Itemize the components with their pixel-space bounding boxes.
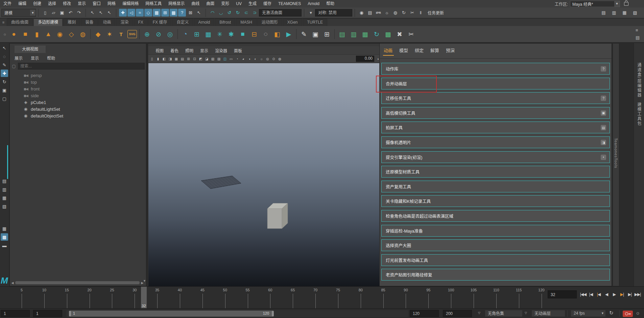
layout-preset-icon[interactable]: ▥	[1, 186, 8, 193]
select-mode-icon[interactable]: ↖	[97, 9, 105, 17]
history-icon[interactable]: ⊂	[242, 9, 250, 17]
viewport-toolbar-icon[interactable]: ⊞	[186, 57, 191, 61]
tool-button[interactable]: 拍屏工具▤	[381, 122, 610, 133]
shelf-tab[interactable]: 装备	[81, 19, 98, 26]
tool-icon[interactable]: ↖	[1, 44, 8, 52]
tool-button[interactable]: 还原模型材质工具	[381, 166, 610, 178]
outliner-item[interactable]: ◉defaultObjectSet	[10, 112, 146, 119]
lock-icon[interactable]: ⊠	[187, 9, 194, 17]
poly-torus-icon[interactable]: ◉	[55, 29, 65, 39]
viewport-toolbar-icon[interactable]: ◨	[168, 57, 173, 61]
menu-item[interactable]: TEAMONES	[275, 0, 304, 7]
poly-cylinder-icon[interactable]: ▮	[32, 29, 42, 39]
cursor-icon[interactable]: ↖	[195, 9, 203, 17]
tool-button[interactable]: 选择资产大圈	[381, 239, 610, 251]
viewport-canvas[interactable]: persp	[148, 63, 382, 286]
scatter-icon[interactable]: ✱	[226, 29, 236, 39]
viewport-toolbar-icon[interactable]: ▨	[216, 57, 221, 61]
menu-item[interactable]: 生成	[245, 0, 260, 7]
file-op-icon[interactable]: ▣	[58, 9, 66, 17]
outliner-item[interactable]: ◉defaultLightSet	[10, 106, 146, 112]
shelf-tab[interactable]: XGen	[283, 19, 302, 26]
history-icon[interactable]: ↺	[225, 9, 233, 17]
menu-item[interactable]: 网格工具	[142, 0, 165, 7]
shelf-gear-icon[interactable]: ☼	[1, 32, 8, 36]
poly-sphere-icon[interactable]: ●	[9, 29, 19, 39]
shelf-tab[interactable]: MASH	[236, 19, 257, 26]
character-set-combo[interactable]: 无角色集	[485, 310, 523, 317]
range-handle-left[interactable]	[69, 311, 71, 316]
render-icon[interactable]: ◉	[358, 9, 365, 17]
combine-icon[interactable]: ◔	[180, 29, 190, 39]
tool-button[interactable]: 检查角色动画是否超过动画表演区域	[381, 210, 610, 222]
panel-toggle-icon[interactable]: ▦	[621, 9, 628, 17]
snap-icon[interactable]: ≈	[136, 9, 144, 17]
tool-button[interactable]: 老资产贴图引用路径修复	[381, 269, 610, 281]
timeline-playhead[interactable]: 32	[141, 287, 147, 309]
transport-button[interactable]: |◀	[595, 290, 602, 299]
scroll-left-icon[interactable]: ◀	[10, 281, 15, 285]
tool-icon[interactable]: ◌	[1, 53, 8, 60]
poly-cube-icon[interactable]: ■	[20, 29, 30, 39]
chevron-down-icon[interactable]: ▾	[307, 9, 315, 17]
viewport-toolbar-icon[interactable]: ☼	[259, 57, 264, 61]
shelf-tab[interactable]: 多边形建模	[33, 19, 63, 26]
cube-teal-icon[interactable]: ■	[238, 29, 248, 39]
snap-icon[interactable]: ⊘	[153, 29, 164, 39]
select-mode-icon[interactable]: ↖	[89, 9, 96, 17]
menu-item[interactable]: UV	[233, 0, 245, 7]
wire-sphere-icon[interactable]: ◌	[261, 29, 271, 39]
menu-item[interactable]: 缓存	[260, 0, 275, 7]
fill-hole-icon[interactable]: ▦	[203, 29, 213, 39]
viewport-toolbar-icon[interactable]: ◪	[204, 57, 209, 61]
tool-icon[interactable]: ✚	[1, 70, 8, 77]
menu-item[interactable]: 网格	[104, 0, 119, 7]
task-update-button[interactable]: 任务更新	[428, 10, 444, 16]
retopo-icon[interactable]: ▥	[349, 29, 359, 39]
file-op-icon[interactable]: ▯	[41, 9, 49, 17]
current-frame-field[interactable]: 32	[548, 290, 577, 298]
poly-plane-object[interactable]	[198, 175, 242, 190]
layout-preset-icon[interactable]: ▬	[1, 242, 8, 249]
shelf-tab[interactable]: FX	[134, 19, 147, 26]
viewport-toolbar-icon[interactable]: ▭	[229, 57, 234, 61]
viewport-toolbar-icon[interactable]: ▮	[156, 57, 161, 61]
viewport-menu-item[interactable]: 照明	[182, 48, 197, 53]
dock-list-icon[interactable]: ≡	[636, 28, 638, 33]
svg-tool-icon[interactable]: SVG	[127, 30, 137, 38]
anim-end-field[interactable]: 200	[443, 310, 472, 317]
outliner-item[interactable]: ◼◀persp	[10, 72, 146, 79]
pencil-icon[interactable]: ✎	[299, 29, 309, 39]
tools-tab-预演[interactable]: 预演	[445, 46, 455, 54]
menu-item[interactable]: Arnold	[304, 0, 323, 7]
menu-item[interactable]: 网格显示	[165, 0, 188, 7]
viewport-toolbar-icon[interactable]: ◔	[235, 57, 240, 61]
panel-splitter[interactable]	[7, 145, 8, 179]
playback-end-field[interactable]: 120	[410, 310, 439, 317]
viewport-toolbar-icon[interactable]: ⊡	[192, 57, 197, 61]
tool-button[interactable]: 关卡隐藏和K帧记录工具	[381, 195, 610, 207]
character-set-toggle-icon[interactable]: ▽	[478, 311, 480, 315]
auto-keyframe-toggle[interactable]	[623, 311, 633, 317]
type-text-icon[interactable]: T	[116, 29, 126, 39]
remesh-icon[interactable]: ▤	[337, 29, 347, 39]
shelf-menu-icon[interactable]: ≡	[0, 20, 7, 24]
transport-button[interactable]: ▶|	[626, 290, 634, 299]
chevron-down-icon[interactable]: ▼	[614, 1, 620, 7]
menu-item[interactable]: 文件	[0, 0, 15, 7]
viewport-toolbar-icon[interactable]: ◧	[162, 57, 167, 61]
menu-item[interactable]: 帮助	[323, 0, 338, 7]
anim-layer-combo[interactable]: 无动画层	[531, 310, 565, 317]
viewport-toolbar-icon[interactable]: ▤	[180, 57, 185, 61]
tool-button[interactable]: 资产复用工具	[381, 181, 610, 192]
boolean-icon[interactable]: ⊟	[249, 29, 259, 39]
file-op-icon[interactable]: ▱	[50, 9, 57, 17]
render-icon[interactable]: ✂	[408, 9, 416, 17]
outliner-title-tab[interactable]: 大纲视图	[15, 46, 46, 53]
tools-tab-模型[interactable]: 模型	[399, 46, 409, 54]
range-selected[interactable]: 1 120	[69, 311, 274, 317]
menu-item[interactable]: 变形	[218, 0, 233, 7]
viewport-menu-item[interactable]: 显示	[197, 48, 212, 53]
shelf-tab[interactable]: Bifrost	[215, 19, 235, 26]
menu-item[interactable]: 选择	[45, 0, 59, 7]
